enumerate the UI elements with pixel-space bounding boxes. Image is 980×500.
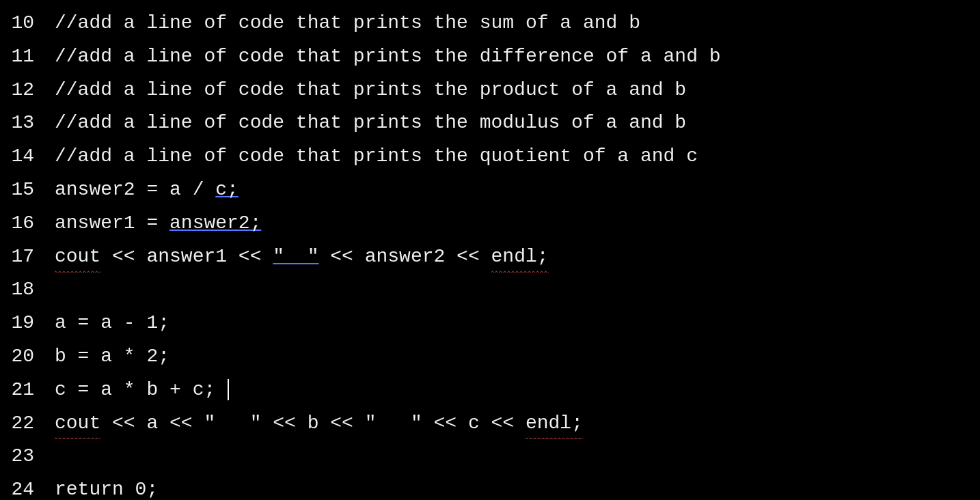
line-content-13: //add a line of code that prints the mod…	[55, 108, 980, 139]
code-line-20: 20 b = a * 2;	[0, 340, 980, 374]
line-number-22: 22	[0, 408, 55, 439]
line-number-12: 12	[0, 75, 55, 106]
line-content-15: answer2 = a / c;	[55, 175, 980, 206]
code-line-18: 18	[0, 273, 980, 307]
code-line-13: 13 //add a line of code that prints the …	[0, 107, 980, 140]
code-line-23: 23	[0, 440, 980, 473]
code-line-14: 14 //add a line of code that prints the …	[0, 140, 980, 173]
code-line-17: 17 cout << answer1 << " " << answer2 << …	[0, 240, 980, 274]
code-line-12: 12 //add a line of code that prints the …	[0, 74, 980, 107]
line-number-10: 10	[0, 8, 55, 39]
line-number-16: 16	[0, 208, 55, 239]
code-line-22: 22 cout << a << " " << b << " " << c << …	[0, 407, 980, 441]
line-number-14: 14	[0, 141, 55, 172]
line-content-17: cout << answer1 << " " << answer2 << end…	[55, 242, 980, 273]
text-cursor	[216, 379, 229, 400]
line-content-20: b = a * 2;	[55, 342, 980, 372]
line-content-11: //add a line of code that prints the dif…	[55, 42, 980, 72]
code-line-16: 16 answer1 = answer2;	[0, 207, 980, 240]
line-content-10: //add a line of code that prints the sum…	[55, 8, 980, 39]
line-content-24: return 0;	[55, 475, 980, 500]
line-number-15: 15	[0, 175, 55, 206]
line-number-18: 18	[0, 275, 55, 305]
code-line-15: 15 answer2 = a / c;	[0, 173, 980, 207]
line-number-21: 21	[0, 375, 55, 406]
code-line-19: 19 a = a - 1;	[0, 307, 980, 340]
line-content-14: //add a line of code that prints the quo…	[55, 141, 980, 172]
line-content-22: cout << a << " " << b << " " << c << end…	[55, 408, 980, 439]
code-line-24: 24 return 0;	[0, 473, 980, 500]
line-number-24: 24	[0, 475, 55, 500]
line-number-13: 13	[0, 108, 55, 139]
line-content-18	[55, 275, 980, 305]
line-content-21: c = a * b + c;	[55, 375, 980, 406]
line-content-19: a = a - 1;	[55, 308, 980, 339]
line-number-20: 20	[0, 342, 55, 372]
line-number-23: 23	[0, 441, 55, 472]
code-line-21: 21 c = a * b + c;	[0, 374, 980, 407]
line-content-16: answer1 = answer2;	[55, 208, 980, 239]
code-line-10: 10 //add a line of code that prints the …	[0, 7, 980, 40]
line-number-17: 17	[0, 242, 55, 273]
code-editor[interactable]: 10 //add a line of code that prints the …	[0, 0, 980, 500]
line-number-11: 11	[0, 42, 55, 72]
code-line-11: 11 //add a line of code that prints the …	[0, 40, 980, 74]
line-content-23	[55, 441, 980, 472]
line-content-12: //add a line of code that prints the pro…	[55, 75, 980, 106]
line-number-19: 19	[0, 308, 55, 339]
